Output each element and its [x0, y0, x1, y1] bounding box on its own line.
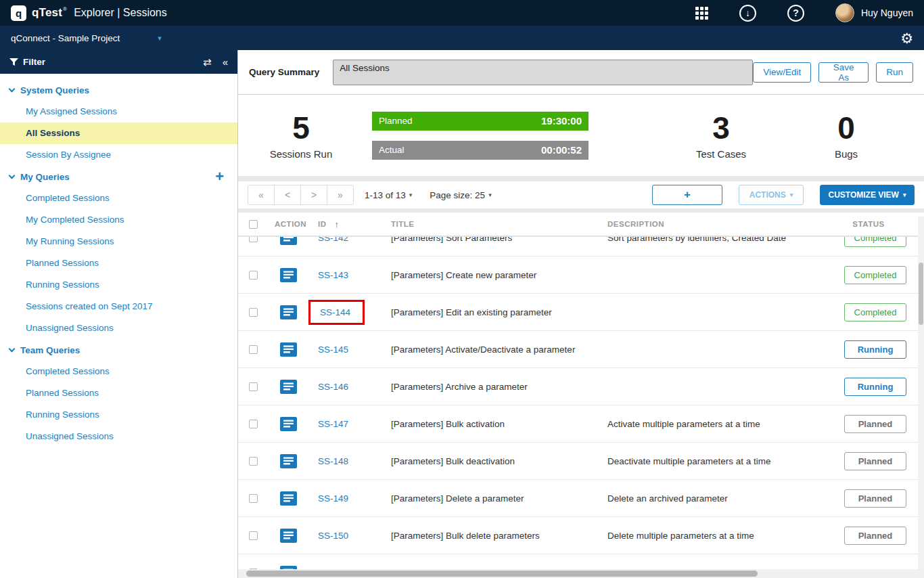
- apps-grid-icon[interactable]: [695, 7, 708, 20]
- session-id-link[interactable]: SS-145: [318, 344, 348, 355]
- column-header-title[interactable]: TITLE: [384, 220, 601, 228]
- sidebar-item-completed-sessions[interactable]: Completed Sessions: [0, 361, 237, 382]
- view-edit-button[interactable]: View/Edit: [753, 62, 811, 83]
- select-all-checkbox[interactable]: [249, 220, 258, 229]
- session-id-link[interactable]: SS-146: [318, 382, 348, 392]
- download-icon[interactable]: ↓: [739, 5, 756, 22]
- first-page-button[interactable]: «: [248, 185, 275, 205]
- save-as-button[interactable]: Save As: [818, 62, 869, 83]
- sidebar-item-running-sessions[interactable]: Running Sessions: [0, 404, 237, 426]
- prev-page-button[interactable]: <: [274, 185, 301, 205]
- session-id-link[interactable]: SS-148: [318, 456, 348, 466]
- status-badge[interactable]: Planned: [844, 415, 906, 433]
- session-id-link[interactable]: SS-144: [320, 307, 350, 317]
- sidebar-section-team-queries[interactable]: Team Queries: [0, 339, 237, 361]
- row-checkbox[interactable]: [249, 494, 258, 503]
- status-badge[interactable]: Running: [844, 378, 906, 396]
- horizontal-scrollbar[interactable]: [238, 569, 924, 578]
- sidebar-item-my-assigned-sessions[interactable]: My Assigned Sessions: [0, 101, 237, 123]
- session-id-link[interactable]: SS-149: [318, 493, 348, 504]
- sidebar-item-planned-sessions[interactable]: Planned Sessions: [0, 382, 237, 404]
- column-header-id[interactable]: ID↑: [308, 219, 384, 229]
- status-badge[interactable]: Running: [844, 340, 906, 359]
- status-badge[interactable]: Completed: [844, 303, 906, 321]
- sidebar-item-completed-sessions[interactable]: Completed Sessions: [0, 187, 237, 209]
- row-checkbox[interactable]: [249, 237, 258, 242]
- avatar[interactable]: [835, 3, 854, 22]
- sidebar-section: My Queries + Completed SessionsMy Comple…: [0, 166, 237, 339]
- session-title: [Parameters] Delete a parameter: [384, 493, 601, 504]
- status-badge[interactable]: Completed: [844, 266, 906, 284]
- help-icon[interactable]: ?: [787, 5, 804, 22]
- session-id-link[interactable]: SS-150: [318, 531, 348, 541]
- sidebar-item-unassigned-sessions[interactable]: Unassigned Sessions: [0, 426, 237, 447]
- range-dropdown[interactable]: 1-13 of 13▾: [365, 190, 412, 200]
- session-action-icon[interactable]: [280, 342, 297, 357]
- session-description: Activate multiple parameters at a time: [601, 419, 837, 429]
- sort-ascending-icon[interactable]: ↑: [335, 219, 340, 229]
- session-id-link[interactable]: SS-142: [318, 237, 348, 243]
- vertical-scrollbar[interactable]: [918, 217, 924, 569]
- row-checkbox[interactable]: [249, 271, 258, 280]
- next-page-button[interactable]: >: [300, 185, 327, 205]
- project-caret-icon[interactable]: ▾: [158, 34, 162, 43]
- sidebar-item-sessions-created-on-sept-2017[interactable]: Sessions created on Sept 2017: [0, 296, 237, 317]
- session-action-icon[interactable]: [280, 237, 297, 245]
- collapse-sidebar-icon[interactable]: «: [223, 56, 228, 68]
- session-action-icon[interactable]: [280, 491, 297, 506]
- vertical-scrollbar-thumb[interactable]: [919, 263, 923, 325]
- session-title: [Parameters] Archive a parameter: [384, 382, 601, 392]
- column-header-action[interactable]: ACTION: [268, 220, 308, 228]
- sidebar-item-all-sessions[interactable]: All Sessions: [0, 123, 237, 144]
- session-id-link[interactable]: SS-143: [318, 270, 348, 280]
- sidebar-item-unassigned-sessions[interactable]: Unassigned Sessions: [0, 317, 237, 339]
- status-badge[interactable]: Completed: [844, 237, 906, 247]
- chevron-down-icon: [9, 86, 16, 93]
- table-row: SS-146 [Parameters] Archive a parameter …: [238, 368, 924, 405]
- last-page-button[interactable]: »: [327, 185, 354, 205]
- session-description: Sort parameters by identifiers, Created …: [601, 237, 837, 243]
- session-action-icon[interactable]: [280, 305, 297, 319]
- chevron-down-icon: [9, 346, 16, 353]
- gear-icon[interactable]: ⚙: [900, 31, 913, 45]
- row-checkbox[interactable]: [249, 345, 258, 354]
- table-row: SS-142 [Parameters] Sort Parameters Sort…: [238, 237, 924, 257]
- run-button[interactable]: Run: [876, 62, 913, 83]
- status-badge[interactable]: Planned: [844, 489, 906, 508]
- column-header-status[interactable]: STATUS: [837, 220, 924, 228]
- status-badge[interactable]: Planned: [844, 452, 906, 470]
- row-checkbox[interactable]: [249, 420, 258, 428]
- horizontal-scrollbar-thumb[interactable]: [246, 571, 758, 577]
- session-action-icon[interactable]: [280, 454, 297, 468]
- session-action-icon[interactable]: [280, 380, 297, 394]
- row-checkbox[interactable]: [249, 457, 258, 466]
- add-query-button[interactable]: +: [215, 169, 224, 184]
- session-action-icon[interactable]: [280, 268, 297, 282]
- sidebar-item-planned-sessions[interactable]: Planned Sessions: [0, 252, 237, 274]
- session-action-icon[interactable]: [280, 417, 297, 431]
- status-badge[interactable]: Planned: [844, 527, 906, 545]
- stat-bugs: 0 Bugs: [795, 111, 897, 160]
- column-header-description[interactable]: DESCRIPTION: [601, 220, 837, 228]
- sidebar-item-my-running-sessions[interactable]: My Running Sessions: [0, 231, 237, 252]
- row-checkbox[interactable]: [249, 308, 258, 317]
- row-checkbox[interactable]: [249, 382, 258, 391]
- actions-dropdown-button[interactable]: ACTIONS▾: [739, 185, 804, 205]
- sidebar-item-running-sessions[interactable]: Running Sessions: [0, 274, 237, 296]
- session-id-link[interactable]: SS-147: [318, 419, 348, 429]
- sidebar-item-session-by-assignee[interactable]: Session By Assignee: [0, 144, 237, 166]
- page-size-dropdown[interactable]: Page size: 25▾: [430, 190, 491, 200]
- sidebar-section-my-queries[interactable]: My Queries +: [0, 166, 237, 187]
- sidebar-section: System Queries My Assigned SessionsAll S…: [0, 79, 237, 166]
- row-checkbox[interactable]: [249, 531, 258, 540]
- sidebar-item-my-completed-sessions[interactable]: My Completed Sessions: [0, 209, 237, 231]
- actual-label: Actual: [379, 145, 405, 155]
- project-selector[interactable]: qConnect - Sample Project: [11, 33, 120, 43]
- refresh-queries-icon[interactable]: ⇄: [203, 56, 212, 68]
- add-session-button[interactable]: +: [652, 185, 722, 205]
- customize-view-button[interactable]: CUSTOMIZE VIEW▾: [820, 185, 915, 205]
- query-summary-input[interactable]: All Sessions: [333, 60, 753, 85]
- sidebar-section-system-queries[interactable]: System Queries: [0, 79, 237, 101]
- session-action-icon[interactable]: [280, 529, 297, 543]
- user-menu[interactable]: Huy Nguyen: [835, 3, 913, 22]
